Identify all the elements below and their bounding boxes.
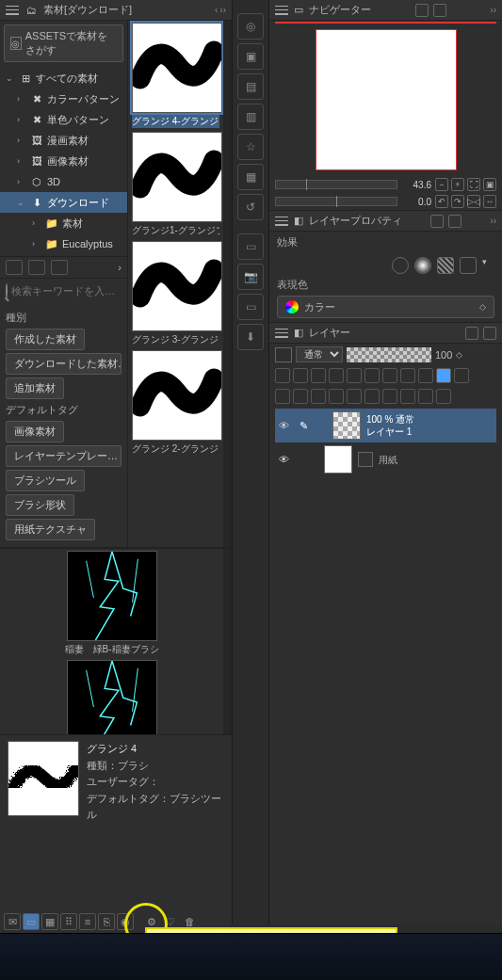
merge-icon[interactable]	[364, 389, 380, 404]
dock-icon-3[interactable]: ▥	[237, 104, 264, 130]
menu-icon[interactable]	[275, 217, 288, 226]
dock-icon-2[interactable]: ▤	[237, 73, 264, 100]
tab-next-icon[interactable]: ››	[490, 5, 496, 15]
dock-icon-9[interactable]: ▭	[237, 294, 264, 320]
new-folder-icon[interactable]	[293, 389, 308, 404]
lp-tab-icon-2[interactable]	[448, 215, 462, 228]
dock-icon-star[interactable]: ☆	[237, 134, 264, 160]
fit-icon[interactable]: ⛶	[467, 178, 480, 191]
material-info-icon[interactable]: ◉	[117, 913, 134, 930]
filter-scrollbar[interactable]	[223, 548, 232, 734]
filter-chip[interactable]: レイヤーテンプレー…	[6, 445, 121, 467]
tree-item[interactable]: ›🖼漫画素材	[0, 130, 127, 151]
tab-next-icon[interactable]: ››	[490, 216, 496, 226]
spinner-icon[interactable]: ◇	[456, 350, 462, 360]
menu-icon[interactable]	[275, 329, 288, 338]
paste-to-canvas-icon[interactable]: ⎘	[98, 913, 115, 930]
view-large-icon[interactable]: ▭	[23, 913, 40, 930]
lt-7[interactable]	[382, 368, 397, 383]
tree-item[interactable]: ⌄⬇ダウンロード	[0, 192, 127, 213]
assets-search-button[interactable]: ◎ ASSETSで素材をさがす	[4, 24, 123, 62]
effect-pattern-icon[interactable]	[437, 257, 454, 274]
effect-layer-color-icon[interactable]	[460, 257, 477, 274]
thumbnail-item[interactable]: グランジ 2-グランジブ…	[128, 348, 223, 458]
zoom-in-icon[interactable]: +	[451, 178, 464, 191]
filter-chip[interactable]: 画像素材	[6, 421, 64, 442]
folder-open-icon[interactable]	[51, 260, 68, 275]
layer-color-icon[interactable]	[436, 368, 451, 383]
rotate-left-icon[interactable]: ↶	[435, 195, 448, 208]
view-list-icon[interactable]: ≡	[79, 913, 96, 930]
reference-icon[interactable]	[329, 368, 344, 383]
zoom-slider[interactable]	[275, 180, 397, 189]
navigator-canvas[interactable]	[316, 29, 457, 170]
lt-6[interactable]	[364, 368, 380, 383]
dock-icon-7[interactable]: ▭	[237, 233, 264, 260]
filter-chip[interactable]: 作成した素材	[6, 329, 85, 350]
tree-item[interactable]: ›✖カラーパターン	[0, 88, 127, 109]
tree-item[interactable]: ›📁素材	[0, 213, 127, 233]
layer-tab-icon-2[interactable]	[483, 327, 496, 340]
flip-h-icon[interactable]: ▷◁	[467, 195, 480, 208]
lock-icon[interactable]	[293, 368, 308, 383]
lock-transparent-icon[interactable]	[275, 368, 290, 383]
quick-access-icon[interactable]: ◎	[237, 13, 264, 40]
draft-icon[interactable]	[347, 368, 362, 383]
zoom-out-icon[interactable]: −	[435, 178, 448, 191]
toggle-detail-icon[interactable]: ✉	[4, 913, 21, 930]
ruler-icon[interactable]	[418, 389, 433, 404]
thumbnail-item[interactable]: グランジ1-グランジブラ…	[128, 130, 223, 239]
fullscreen-icon[interactable]: ▣	[483, 178, 496, 191]
tab-prev-icon[interactable]: ‹	[215, 5, 218, 15]
menu-icon[interactable]	[6, 6, 19, 15]
lp-tab-icon-1[interactable]	[430, 215, 444, 228]
thumbnail-scrollbar[interactable]	[223, 21, 232, 547]
layer-tab-icon-1[interactable]	[465, 327, 478, 340]
clip-icon[interactable]	[311, 368, 326, 383]
layer-row[interactable]: 👁 ✎ 100 % 通常レイヤー 1	[275, 409, 496, 442]
rotate-right-icon[interactable]: ↷	[451, 195, 464, 208]
rotate-slider[interactable]	[275, 197, 397, 206]
effect-tone-icon[interactable]	[414, 257, 431, 274]
color-mode-select[interactable]: カラー ◇	[277, 296, 494, 318]
dock-icon-5[interactable]: ▦	[237, 164, 264, 190]
view-small-icon[interactable]: ⠿	[60, 913, 77, 930]
lt2-3[interactable]	[311, 389, 326, 404]
filter-chip[interactable]: ダウンロードした素材…	[6, 353, 121, 375]
menu-icon[interactable]	[275, 6, 288, 15]
new-layer-icon[interactable]	[275, 389, 290, 404]
lt-11[interactable]	[454, 368, 469, 383]
effect-border-icon[interactable]	[392, 257, 409, 274]
lt-8[interactable]	[400, 368, 415, 383]
history-icon[interactable]: ↺	[237, 194, 264, 220]
nav-tab-icon-2[interactable]	[433, 4, 446, 17]
lt2-7[interactable]	[382, 389, 397, 404]
layer-palette-icon[interactable]	[275, 347, 292, 362]
tree-item[interactable]: ⌄⊞すべての素材	[0, 68, 127, 88]
delete-layer-icon[interactable]	[436, 389, 451, 404]
filter-chip[interactable]: 用紙テクスチャ	[6, 519, 95, 540]
transfer-icon[interactable]	[347, 389, 362, 404]
folder-icon[interactable]	[28, 260, 45, 275]
download-icon[interactable]: ⬇	[237, 324, 264, 350]
tree-item[interactable]: ›📁Eucalyptus	[0, 233, 127, 254]
camera-icon[interactable]: 📷	[237, 264, 264, 290]
lt2-4[interactable]	[329, 389, 344, 404]
search-input[interactable]	[11, 285, 141, 297]
thumbnail-item[interactable]: グランジ 4-グランジブ…	[128, 21, 223, 130]
chevron-right-icon[interactable]: ›	[118, 262, 121, 273]
dock-icon-1[interactable]: ▣	[237, 43, 264, 70]
eye-icon[interactable]: 👁	[279, 454, 294, 465]
nav-tab-icon-1[interactable]	[415, 4, 429, 17]
mask-icon[interactable]	[400, 389, 415, 404]
lt-9[interactable]	[418, 368, 433, 383]
filter-chip[interactable]: ブラシツール	[6, 470, 85, 491]
filter-chip[interactable]: ブラシ形状	[6, 494, 74, 516]
thumbnail-item[interactable]: グランジ 3-グランジブ…	[128, 239, 223, 348]
tree-item[interactable]: ›✖単色パターン	[0, 109, 127, 130]
new-folder-icon[interactable]	[6, 260, 23, 275]
filter-chip[interactable]: 追加素材	[6, 378, 64, 399]
tab-next-icon[interactable]: ››	[219, 5, 226, 15]
thumbnail-item[interactable]: 稲妻 緑B-稲妻ブラシ	[0, 549, 223, 658]
view-grid-icon[interactable]: ▦	[41, 913, 58, 930]
